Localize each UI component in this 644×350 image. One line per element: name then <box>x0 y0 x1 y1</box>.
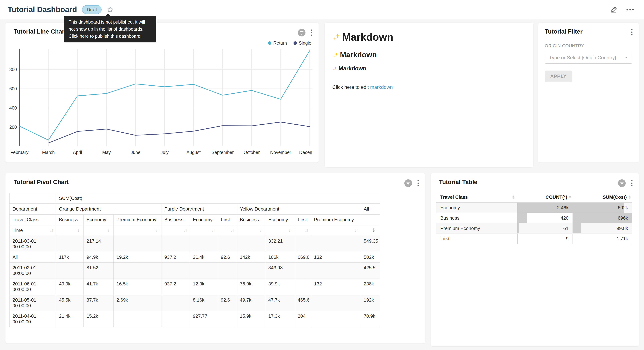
legend-item-single[interactable]: Single <box>294 40 312 46</box>
sort-desc-icon[interactable] <box>372 228 377 233</box>
pivot-value-cell: 21.4k <box>56 311 84 327</box>
pivot-value-cell <box>162 311 190 327</box>
pivot-class-header: Premium Economy <box>311 214 361 225</box>
sort-icon[interactable]: ↓↑ <box>108 228 110 233</box>
legend-item-return[interactable]: Return <box>268 40 287 46</box>
tutorial-table-title: Tutorial Table <box>439 179 477 186</box>
table-row: Business420696k <box>436 213 632 223</box>
pivot-sort-cell: ↓↑ <box>295 225 311 236</box>
pivot-value-cell <box>311 311 361 327</box>
draft-badge[interactable]: Draft <box>82 5 102 14</box>
markdown-paragraph: Click here to edit markdown <box>332 84 526 90</box>
sort-icon[interactable]: ↓↑ <box>355 228 358 233</box>
table-row: Economy2.46k602k <box>436 202 632 213</box>
line-chart-title: Tutorial Line Chart <box>14 28 66 35</box>
pivot-corner-cell <box>10 193 56 204</box>
pivot-value-cell <box>114 311 162 327</box>
cell-value: 1.71k <box>616 236 632 242</box>
cell-bar <box>572 202 624 213</box>
svg-text:February: February <box>10 150 29 155</box>
legend-label: Single <box>299 40 312 46</box>
column-header-label: SUM(Cost) <box>603 194 627 200</box>
sort-icon[interactable]: ↓↑ <box>231 228 234 233</box>
travel-class-cell: First <box>436 234 518 244</box>
pivot-class-header: First <box>218 214 237 225</box>
line-chart-card: Tutorial Line Chart ReturnSingle 2004006… <box>6 23 318 162</box>
pivot-value-cell <box>218 279 237 295</box>
svg-text:400: 400 <box>10 105 17 110</box>
cell-bar <box>518 223 519 234</box>
edit-dashboard-icon[interactable] <box>610 6 618 14</box>
pivot-value-cell: 937.2 <box>162 252 190 262</box>
sort-icon[interactable]: ↓↑ <box>184 228 187 233</box>
svg-text:May: May <box>102 150 111 155</box>
svg-text:800: 800 <box>10 67 17 72</box>
pivot-class-header: Business <box>237 214 266 225</box>
pivot-value-cell <box>237 236 266 252</box>
markdown-edit-link[interactable]: markdown <box>370 84 393 90</box>
pivot-value-cell: 70.9k <box>361 311 380 327</box>
pivot-value-cell: 204 <box>295 311 311 327</box>
pivot-table: SUM(Cost)DepartmentOrange DepartmentPurp… <box>10 193 380 327</box>
filter-indicator-icon[interactable] <box>298 28 306 37</box>
column-header-sum-cost[interactable]: SUM(Cost) <box>572 192 632 202</box>
pivot-time-label: Time <box>12 228 23 233</box>
column-header-travel-class[interactable]: Travel Class <box>436 192 518 202</box>
pivot-sort-cell: ↓↑ <box>114 225 162 236</box>
kebab-menu-icon[interactable] <box>631 28 633 36</box>
pivot-class-header <box>361 214 380 225</box>
cell-bar <box>572 234 573 244</box>
line-chart-area: 200400600800FebruaryMarchAprilMayJuneJul… <box>6 46 318 157</box>
sort-icon[interactable]: ↓↑ <box>259 228 262 233</box>
kebab-menu-icon[interactable] <box>417 180 419 187</box>
pivot-sort-cell: ↓↑ <box>56 225 84 236</box>
filter-indicator-icon[interactable] <box>618 179 626 187</box>
pivot-value-cell <box>311 262 361 279</box>
sort-icon[interactable]: ↓↑ <box>288 228 292 233</box>
pivot-value-cell <box>56 236 84 252</box>
tutorial-table-card: Tutorial Table Travel ClassCOUNT(*)SUM(C… <box>431 173 639 346</box>
sort-carets-icon <box>628 195 631 199</box>
sort-icon[interactable]: ↓↑ <box>305 228 308 233</box>
pivot-value-cell: 669.6 <box>295 252 311 262</box>
pivot-value-cell <box>295 236 311 252</box>
sort-icon[interactable]: ↓↑ <box>78 228 80 233</box>
pivot-class-header: Economy <box>84 214 114 225</box>
pivot-row: All117k94.9k19.2k937.221.4k92.6142k106k6… <box>10 252 380 262</box>
pivot-value-cell: 425.5 <box>361 262 380 279</box>
kebab-menu-icon[interactable] <box>631 180 633 187</box>
pivot-value-cell <box>162 262 190 279</box>
favorite-star-icon[interactable] <box>107 6 114 13</box>
pivot-value-cell: 49.7k <box>237 295 266 311</box>
pivot-value-cell <box>311 236 361 252</box>
pivot-value-cell: 76.9k <box>237 279 266 295</box>
pivot-value-cell: 502k <box>361 252 380 262</box>
count-cell: 61 <box>518 223 572 234</box>
pivot-time-header: Time↓↑ <box>10 225 56 236</box>
pivot-value-cell <box>295 279 311 295</box>
filter-indicator-icon[interactable] <box>404 179 412 187</box>
pivot-value-cell: 465.6 <box>295 295 311 311</box>
dashboard-page: Tutorial Dashboard Draft This dashboard … <box>0 0 644 350</box>
pivot-value-cell <box>311 295 361 311</box>
column-header-label: COUNT(*) <box>546 194 567 200</box>
pivot-row: 2011-04-01 00:00:0021.4k15.2k927.7715.9k… <box>10 311 380 327</box>
pivot-table-wrap: SUM(Cost)DepartmentOrange DepartmentPurp… <box>10 193 425 327</box>
column-header-count[interactable]: COUNT(*) <box>518 192 572 202</box>
pivot-class-header: Business <box>56 214 84 225</box>
pivot-value-cell <box>56 262 84 279</box>
cell-value: 602k <box>618 205 632 210</box>
markdown-heading-3: Markdown <box>332 65 526 72</box>
pivot-value-cell: 217.14 <box>84 236 114 252</box>
sort-icon[interactable]: ↓↑ <box>155 228 158 233</box>
apply-button[interactable]: APPLY <box>545 70 572 82</box>
sort-icon[interactable]: ↓↑ <box>50 228 53 233</box>
origin-country-select[interactable]: Type or Select [Origin Country] <box>545 52 632 64</box>
sort-icon[interactable]: ↓↑ <box>212 228 215 233</box>
pivot-value-cell: 19.2k <box>114 252 162 262</box>
header-more-icon[interactable] <box>626 8 634 11</box>
chevron-down-icon <box>625 57 628 58</box>
kebab-menu-icon[interactable] <box>310 29 313 36</box>
svg-text:April: April <box>73 150 82 155</box>
pivot-dept-label: Department <box>10 204 56 214</box>
